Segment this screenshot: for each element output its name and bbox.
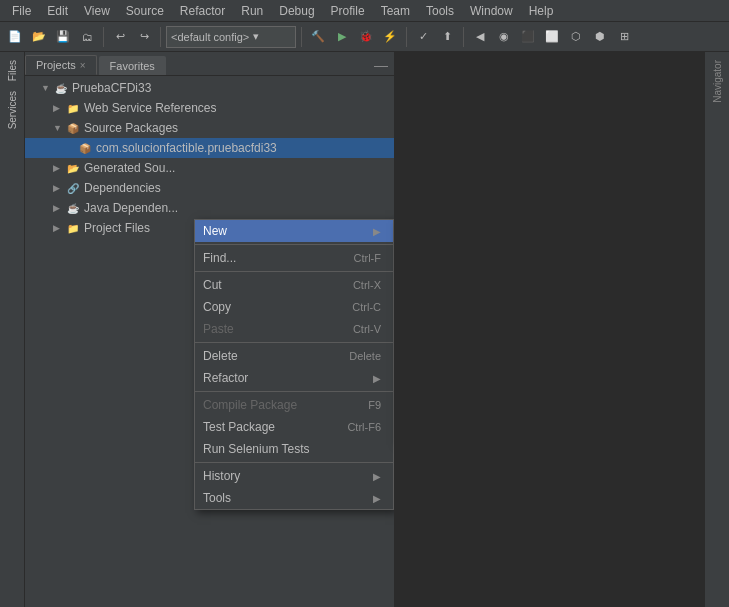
debug-button[interactable]: 🐞	[355, 26, 377, 48]
run-button[interactable]: ▶	[331, 26, 353, 48]
toolbar: 📄 📂 💾 🗂 ↩ ↪ <default config> ▾ 🔨 ▶ 🐞 ⚡ ✓…	[0, 22, 729, 52]
favorites-tab-label: Favorites	[110, 60, 155, 72]
misc1-button[interactable]: ◀	[469, 26, 491, 48]
projects-tab[interactable]: Projects ×	[25, 55, 97, 75]
ctx-tools[interactable]: Tools ▶	[195, 487, 393, 509]
deploy-button[interactable]: ⬆	[436, 26, 458, 48]
tree-item-source-packages[interactable]: ▼ 📦 Source Packages	[25, 118, 394, 138]
sep5	[463, 27, 464, 47]
menu-team[interactable]: Team	[373, 2, 418, 20]
config-label: <default config>	[171, 31, 249, 43]
favorites-tab[interactable]: Favorites	[99, 56, 166, 75]
undo-button[interactable]: ↩	[109, 26, 131, 48]
menu-source[interactable]: Source	[118, 2, 172, 20]
misc5-button[interactable]: ⬡	[565, 26, 587, 48]
ctx-shortcut: Ctrl-F6	[347, 421, 381, 433]
projects-tab-label: Projects	[36, 59, 76, 71]
build-button[interactable]: 🔨	[307, 26, 329, 48]
ctx-label: Refactor	[203, 371, 248, 385]
ctx-label: Compile Package	[203, 398, 297, 412]
misc7-button[interactable]: ⊞	[613, 26, 635, 48]
menu-edit[interactable]: Edit	[39, 2, 76, 20]
misc2-button[interactable]: ◉	[493, 26, 515, 48]
menu-window[interactable]: Window	[462, 2, 521, 20]
package-icon: 📦	[77, 140, 93, 156]
tree-label: Generated Sou...	[84, 161, 175, 175]
ctx-shortcut: Ctrl-V	[353, 323, 381, 335]
ctx-find[interactable]: Find... Ctrl-F	[195, 247, 393, 269]
folder-icon: 📁	[65, 100, 81, 116]
ctx-test-package[interactable]: Test Package Ctrl-F6	[195, 416, 393, 438]
projects-tab-close[interactable]: ×	[80, 60, 86, 71]
ctx-label: Cut	[203, 278, 222, 292]
ctx-shortcut: Ctrl-F	[354, 252, 382, 264]
ctx-new[interactable]: New ▶ 📁 Folder... 🌐 Web Service Client..…	[195, 220, 393, 242]
main-layout: Files Services Projects × Favorites — ▼ …	[0, 52, 729, 607]
generated-source-icon: 📂	[65, 160, 81, 176]
ctx-label: Paste	[203, 322, 234, 336]
ctx-paste: Paste Ctrl-V	[195, 318, 393, 340]
tree-label: Source Packages	[84, 121, 178, 135]
menu-profile[interactable]: Profile	[323, 2, 373, 20]
menu-tools[interactable]: Tools	[418, 2, 462, 20]
sep2	[160, 27, 161, 47]
misc4-button[interactable]: ⬜	[541, 26, 563, 48]
save-button[interactable]: 💾	[52, 26, 74, 48]
misc3-button[interactable]: ⬛	[517, 26, 539, 48]
tree-item-generated[interactable]: ▶ 📂 Generated Sou...	[25, 158, 394, 178]
services-tab-button[interactable]: Services	[5, 87, 20, 133]
tree-label: Web Service References	[84, 101, 217, 115]
dependencies-icon: 🔗	[65, 180, 81, 196]
save-all-button[interactable]: 🗂	[76, 26, 98, 48]
ctx-history[interactable]: History ▶	[195, 465, 393, 487]
tree-label: Dependencies	[84, 181, 161, 195]
tree-item-project[interactable]: ▼ ☕ PruebaCFDi33	[25, 78, 394, 98]
minimize-panel-button[interactable]: —	[368, 55, 394, 75]
profile-button[interactable]: ⚡	[379, 26, 401, 48]
menu-view[interactable]: View	[76, 2, 118, 20]
open-button[interactable]: 📂	[28, 26, 50, 48]
project-icon: ☕	[53, 80, 69, 96]
tree-label: Java Dependen...	[84, 201, 178, 215]
menu-refactor[interactable]: Refactor	[172, 2, 233, 20]
ctx-copy[interactable]: Copy Ctrl-C	[195, 296, 393, 318]
tree-item-java-dep[interactable]: ▶ ☕ Java Dependen...	[25, 198, 394, 218]
ctx-delete[interactable]: Delete Delete	[195, 345, 393, 367]
redo-button[interactable]: ↪	[133, 26, 155, 48]
navigator-label[interactable]: Navigator	[710, 56, 725, 107]
ctx-run-selenium[interactable]: Run Selenium Tests	[195, 438, 393, 460]
tree-item-package[interactable]: 📦 com.solucionfactible.pruebacfdi33	[25, 138, 394, 158]
config-dropdown[interactable]: <default config> ▾	[166, 26, 296, 48]
expand-icon: ▶	[53, 103, 65, 113]
menubar: File Edit View Source Refactor Run Debug…	[0, 0, 729, 22]
right-sidebar: Navigator	[704, 52, 729, 607]
sep4	[406, 27, 407, 47]
expand-icon: ▼	[41, 83, 53, 93]
expand-icon: ▼	[53, 123, 65, 133]
tree-label: PruebaCFDi33	[72, 81, 151, 95]
projects-panel: Projects × Favorites — ▼ ☕ PruebaCFDi33 …	[25, 52, 395, 607]
menu-help[interactable]: Help	[521, 2, 562, 20]
tree-item-webservice[interactable]: ▶ 📁 Web Service References	[25, 98, 394, 118]
test-button[interactable]: ✓	[412, 26, 434, 48]
expand-icon: ▶	[53, 163, 65, 173]
expand-icon: ▶	[53, 203, 65, 213]
misc6-button[interactable]: ⬢	[589, 26, 611, 48]
tree-item-dependencies[interactable]: ▶ 🔗 Dependencies	[25, 178, 394, 198]
submenu-arrow-icon: ▶	[373, 226, 381, 237]
ctx-label: Test Package	[203, 420, 275, 434]
menu-debug[interactable]: Debug	[271, 2, 322, 20]
ctx-label: Delete	[203, 349, 238, 363]
ctx-shortcut: F9	[368, 399, 381, 411]
files-tab-button[interactable]: Files	[5, 56, 20, 85]
menu-run[interactable]: Run	[233, 2, 271, 20]
ctx-label: History	[203, 469, 240, 483]
new-button[interactable]: 📄	[4, 26, 26, 48]
ctx-refactor[interactable]: Refactor ▶	[195, 367, 393, 389]
ctx-shortcut: Ctrl-C	[352, 301, 381, 313]
menu-file[interactable]: File	[4, 2, 39, 20]
ctx-cut[interactable]: Cut Ctrl-X	[195, 274, 393, 296]
java-dep-icon: ☕	[65, 200, 81, 216]
ctx-sep-3	[195, 342, 393, 343]
submenu-arrow-icon: ▶	[373, 493, 381, 504]
